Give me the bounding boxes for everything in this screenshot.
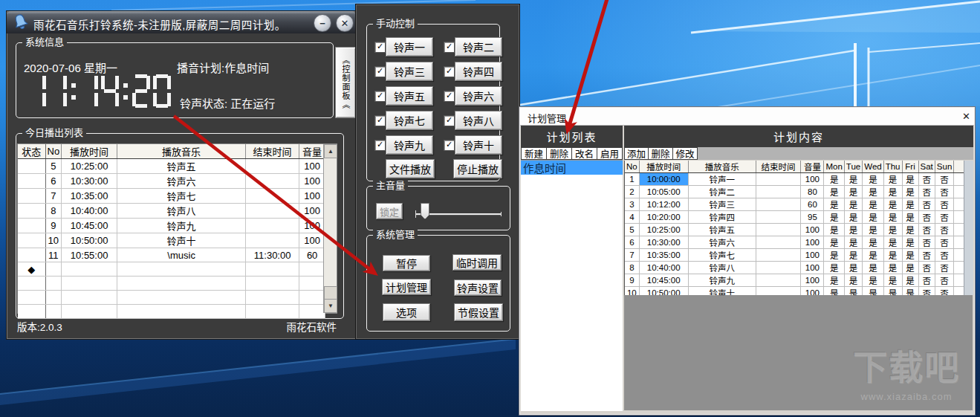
bell-checkbox-9[interactable]: ✓ (374, 140, 386, 151)
rename-plan-button[interactable]: 改名 (572, 147, 597, 160)
cell-status (18, 291, 45, 305)
plan-content-row[interactable]: 510:25:00铃声五100是是是是是否否 (625, 224, 964, 236)
clock-colon (70, 74, 77, 108)
plan-window-close-icon[interactable]: ✕ (960, 110, 973, 123)
bell-button-10[interactable]: 铃声十 (455, 135, 502, 155)
playlist-row[interactable]: 910:45:00铃声九100 (18, 219, 325, 233)
clock-digit (132, 74, 150, 108)
cell-vol (299, 291, 325, 305)
plan-content-row[interactable]: 910:45:00铃声九100是是是是是否否 (625, 274, 964, 287)
playlist-row[interactable]: 1010:50:00铃声十100 (18, 233, 325, 248)
cell-day: 是 (902, 274, 918, 287)
cell-music: 铃声五 (117, 159, 246, 174)
lock-volume-button[interactable]: 锁定 (376, 203, 403, 219)
playlist-row[interactable]: 710:35:00铃声七100 (18, 189, 325, 204)
cell-status (18, 174, 45, 189)
new-plan-button[interactable]: 新建 (521, 147, 547, 160)
cell-end (246, 219, 299, 233)
bell-settings-button[interactable]: 铃声设置 (454, 279, 502, 296)
enable-plan-button[interactable]: 启用 (597, 147, 623, 160)
bell-button-7[interactable]: 铃声七 (386, 111, 433, 130)
cell-end (246, 291, 299, 305)
clock-digit (80, 74, 98, 108)
bell-button-9[interactable]: 铃声九 (386, 135, 433, 155)
scrollbar-up-icon[interactable]: ▲ (324, 144, 337, 158)
master-volume-slider[interactable] (412, 193, 505, 225)
main-titlebar[interactable]: 雨花石音乐打铃系统-未注册版,屏蔽周二周四计划。 − ✕ (7, 11, 356, 33)
file-play-button[interactable]: 文件播放 (386, 159, 435, 178)
bell-checkbox-8[interactable]: ✓ (444, 115, 455, 126)
playlist-row[interactable]: 610:30:00铃声六100 (18, 174, 325, 189)
plan-content-row[interactable]: 810:40:00铃声八100是是是是是否否 (625, 262, 964, 274)
cell-time: 10:40:00 (62, 204, 117, 219)
column-header: Thu (883, 161, 902, 173)
cell-day: 是 (902, 262, 918, 274)
minimize-button[interactable]: − (314, 14, 331, 32)
plan-list-item[interactable]: 作息时间 (521, 161, 623, 175)
stop-play-button[interactable]: 停止播放 (453, 159, 502, 178)
bell-checkbox-2[interactable]: ✓ (444, 42, 455, 53)
holiday-settings-button[interactable]: 节假设置 (454, 303, 503, 321)
cell-vol (299, 305, 325, 319)
bell-button-1[interactable]: 铃声一 (386, 37, 433, 56)
bell-checkbox-5[interactable]: ✓ (374, 91, 386, 102)
bell-checkbox-3[interactable]: ✓ (374, 66, 386, 77)
plan-table-scroll-strip[interactable] (964, 161, 973, 295)
bell-checkbox-4[interactable]: ✓ (444, 66, 455, 77)
plan-content-row[interactable]: 710:35:00铃声七100是是是是是否否 (625, 249, 964, 262)
playlist-row[interactable] (18, 291, 325, 305)
bell-checkbox-10[interactable]: ✓ (444, 140, 455, 151)
bell-button-8[interactable]: 铃声八 (455, 111, 502, 130)
bell-button-2[interactable]: 铃声二 (455, 37, 502, 56)
cell-day: 否 (935, 274, 953, 287)
cell-music: 铃声四 (688, 211, 756, 224)
cell-day: 是 (902, 198, 918, 211)
cell-day: 是 (902, 249, 918, 262)
scrollbar-thumb[interactable] (324, 286, 337, 300)
plan-manage-button[interactable]: 计划管理 (382, 279, 431, 295)
volume-slider-thumb[interactable] (421, 203, 429, 219)
temp-call-button[interactable]: 临时调用 (452, 254, 502, 271)
bell-button-3[interactable]: 铃声三 (386, 62, 433, 81)
cell-day: 是 (844, 224, 862, 236)
playlist-row[interactable]: 1110:55:00\music11:30:0060 (18, 248, 325, 262)
column-header: 播放音乐 (688, 161, 756, 173)
cell-time: 10:35:00 (62, 189, 117, 204)
cell-no: 9 (45, 219, 62, 233)
scrollbar-down-icon[interactable]: ▼ (324, 299, 337, 313)
playlist-scrollbar[interactable]: ▲ ▼ (323, 144, 337, 313)
plan-content-row[interactable]: 310:12:00铃声三60是是是是是否否 (625, 198, 964, 211)
column-header: 播放时间 (62, 144, 117, 159)
playlist-row[interactable] (18, 305, 325, 319)
bell-checkbox-1[interactable]: ✓ (374, 42, 386, 53)
bell-button-6[interactable]: 铃声六 (455, 86, 502, 106)
cell-day: 是 (863, 274, 883, 287)
pause-button[interactable]: 暂停 (383, 255, 430, 271)
bell-checkbox-6[interactable]: ✓ (444, 91, 455, 102)
options-button[interactable]: 选项 (383, 303, 430, 321)
cell-end (246, 204, 299, 219)
bell-button-4[interactable]: 铃声四 (455, 62, 502, 81)
add-item-button[interactable]: 添加 (624, 147, 649, 160)
close-button[interactable]: ✕ (336, 14, 354, 32)
modify-item-button[interactable]: 修改 (673, 147, 698, 160)
plan-content-row[interactable]: 610:30:00铃声六100是是是是是否否 (625, 236, 964, 249)
playlist-row[interactable] (18, 277, 325, 291)
cell-day: 是 (844, 262, 862, 274)
plan-content-row[interactable]: 110:00:00铃声一100是是是是是否否 (625, 173, 964, 186)
plan-window-titlebar[interactable]: 计划管理 ✕ (520, 108, 974, 126)
playlist-row[interactable]: 810:40:00铃声八100 (18, 204, 325, 219)
cell-day: 否 (918, 211, 935, 224)
cell-day: 是 (844, 274, 862, 287)
control-panel-toggle-button[interactable]: 《控制面板《 (335, 47, 356, 118)
bell-checkbox-7[interactable]: ✓ (374, 115, 386, 126)
plan-content-row[interactable]: 210:05:00铃声二80是是是是是否否 (625, 186, 964, 198)
playlist-row[interactable]: 510:25:00铃声五100 (18, 159, 325, 174)
playlist-row[interactable]: ◆ (18, 262, 325, 277)
plan-content-row[interactable]: 410:20:00铃声四95是是是是是否否 (625, 211, 964, 224)
cell-day: 是 (844, 211, 862, 224)
cell-vol: 100 (299, 204, 325, 219)
bell-button-5[interactable]: 铃声五 (386, 86, 433, 106)
delete-plan-button[interactable]: 删除 (547, 147, 572, 160)
delete-item-button[interactable]: 删除 (649, 147, 673, 160)
